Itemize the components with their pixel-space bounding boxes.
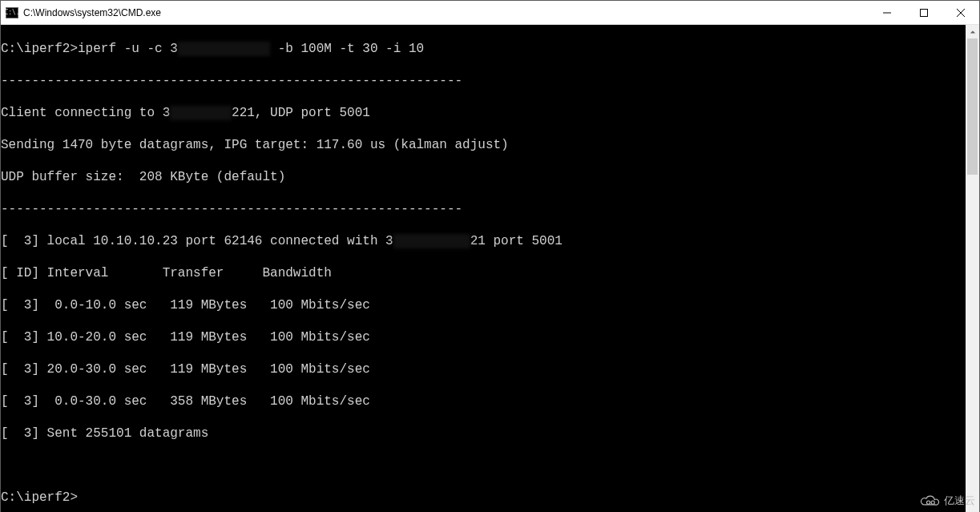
close-button[interactable] (942, 1, 979, 25)
scroll-up-button[interactable] (966, 25, 979, 38)
cmd-post: -b 100M -t 30 -i 10 (270, 42, 424, 56)
cmd-window: C:\. C:\Windows\system32\CMD.exe C:\iper… (0, 0, 980, 512)
maximize-icon (920, 9, 928, 17)
app-icon-text: C:\. (4, 10, 19, 16)
local-redacted: 4 ██ ███ █ (393, 234, 470, 248)
client-area: C:\iperf2>iperf -u -c 34 ███ ███ ██ -b 1… (1, 25, 979, 512)
svg-rect-1 (921, 9, 928, 16)
buffer-line: UDP buffer size: 208 KByte (default) (1, 169, 966, 185)
table-row: [ 3] 0.0-10.0 sec 119 MBytes 100 Mbits/s… (1, 297, 966, 313)
local-line: [ 3] local 10.10.10.23 port 62146 connec… (1, 233, 966, 249)
vertical-scrollbar[interactable] (966, 25, 979, 512)
close-icon (957, 9, 965, 17)
divider-line: ----------------------------------------… (1, 73, 966, 89)
cmd-redacted-ip: 4 ███ ███ ██ (178, 42, 270, 56)
local-pre: [ 3] local 10.10.10.23 port 62146 connec… (1, 234, 393, 248)
table-row: [ 3] 0.0-30.0 sec 358 MBytes 100 Mbits/s… (1, 393, 966, 409)
sent-line: [ 3] Sent 255101 datagrams (1, 425, 966, 441)
cmd-pre: iperf -u -c 3 (78, 42, 178, 56)
prompt-idle: C:\iperf2> (1, 490, 966, 506)
connecting-redacted: 4 ███ ██ (170, 106, 232, 120)
minimize-button[interactable] (869, 1, 905, 25)
divider-line: ----------------------------------------… (1, 201, 966, 217)
connecting-line: Client connecting to 34 ███ ██221, UDP p… (1, 105, 966, 121)
scrollbar-thumb[interactable] (967, 38, 978, 175)
minimize-icon (883, 9, 891, 17)
terminal-output[interactable]: C:\iperf2>iperf -u -c 34 ███ ███ ██ -b 1… (1, 25, 966, 512)
window-title: C:\Windows\system32\CMD.exe (23, 7, 161, 18)
blank-line (1, 458, 966, 474)
prompt-path: C:\iperf2> (1, 42, 78, 56)
maximize-button[interactable] (905, 1, 942, 25)
prompt-line: C:\iperf2>iperf -u -c 34 ███ ███ ██ -b 1… (1, 41, 966, 57)
connecting-pre: Client connecting to 3 (1, 106, 170, 120)
title-bar[interactable]: C:\. C:\Windows\system32\CMD.exe (1, 1, 979, 25)
app-icon: C:\. (6, 7, 18, 18)
scrollbar-track[interactable] (966, 38, 979, 512)
table-row: [ 3] 10.0-20.0 sec 119 MBytes 100 Mbits/… (1, 329, 966, 345)
table-header: [ ID] Interval Transfer Bandwidth (1, 265, 966, 281)
connecting-post: 221, UDP port 5001 (232, 106, 370, 120)
sending-line: Sending 1470 byte datagrams, IPG target:… (1, 137, 966, 153)
chevron-up-icon (970, 29, 976, 35)
table-row: [ 3] 20.0-30.0 sec 119 MBytes 100 Mbits/… (1, 361, 966, 377)
local-post: 21 port 5001 (470, 234, 563, 248)
